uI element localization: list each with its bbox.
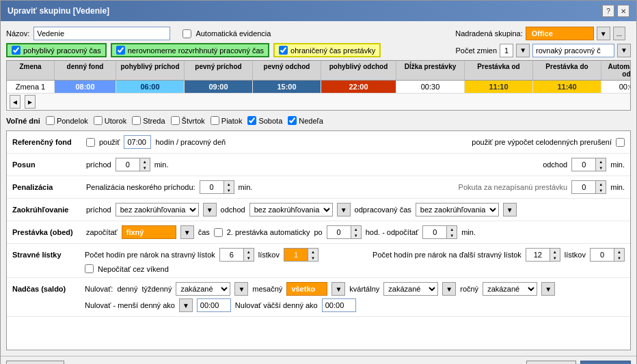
table-row[interactable]: Zmena 1 08:00 06:00 09:00 15:00 22:00 00…: [7, 81, 630, 93]
pocet-zmien-dropdown[interactable]: ▼: [516, 44, 530, 57]
day-piatok[interactable]: Piatok: [211, 116, 243, 125]
zaokr-odprac-select[interactable]: bez zaokrúhľovania: [416, 203, 499, 216]
day-stvrtok[interactable]: Štvrtok: [171, 116, 205, 125]
penalizacia-down[interactable]: ▼: [224, 187, 234, 193]
day-utorok[interactable]: Utorok: [94, 116, 126, 125]
cancel-button[interactable]: ⊘ Zrušiť: [526, 361, 577, 364]
stravne-pocet-spinner[interactable]: ▲ ▼: [219, 248, 254, 262]
prestavka-typ-btn[interactable]: ▼: [180, 225, 194, 239]
posun-odchod-up[interactable]: ▲: [596, 158, 606, 165]
referencny-time-input[interactable]: [124, 135, 151, 149]
rocny-select[interactable]: zakázané: [483, 282, 537, 296]
nazov-input[interactable]: Vedenie: [33, 27, 170, 40]
penalizacia-up[interactable]: ▲: [224, 181, 234, 187]
nerovnomerne-checkbox[interactable]: [116, 46, 125, 55]
stravne-pocet-down[interactable]: ▼: [244, 255, 254, 261]
table-next-btn[interactable]: ►: [25, 95, 36, 109]
zaokr-prichod-select[interactable]: bez zaokrúhľovania: [116, 203, 199, 216]
stravne-pocet-input[interactable]: [219, 248, 244, 262]
nedela-checkbox[interactable]: [288, 116, 297, 125]
nepocitat-vikend-checkbox[interactable]: [85, 264, 94, 273]
scroll-container[interactable]: Referenčný fond použiť hodín / pracovný …: [7, 131, 630, 350]
posun-prichod-spinner[interactable]: ▲ ▼: [116, 158, 150, 171]
streda-checkbox[interactable]: [132, 116, 141, 125]
stravne-listkov2-up[interactable]: ▲: [614, 249, 624, 255]
kvartalny-btn[interactable]: ▼: [442, 282, 456, 296]
sobota-checkbox[interactable]: [247, 116, 256, 125]
delete-button[interactable]: 🗑 Zmazať: [6, 361, 64, 364]
referencny-pouzit-checkbox[interactable]: [86, 138, 95, 147]
stravne-listkov-up[interactable]: ▲: [308, 249, 318, 255]
posun-prichod-up[interactable]: ▲: [140, 158, 150, 165]
utorok-checkbox[interactable]: [94, 116, 103, 125]
save-button[interactable]: ✓ Uložiť: [580, 361, 631, 364]
zaokr-prichod-btn[interactable]: ▼: [203, 203, 217, 216]
stravne-pocet2-up[interactable]: ▲: [550, 249, 560, 255]
posun-prichod-down[interactable]: ▼: [140, 165, 150, 171]
stravne-listkov-spinner[interactable]: ▲ ▼: [284, 248, 318, 262]
cell-zmena: Zmena 1: [7, 81, 55, 93]
prestavka-odpoc-down[interactable]: ▼: [447, 232, 457, 238]
day-nedela[interactable]: Nedeľa: [288, 116, 323, 125]
zaokr-odchod-select[interactable]: bez zaokrúhľovania: [249, 203, 333, 216]
zaokr-odprac-btn[interactable]: ▼: [503, 203, 517, 216]
prestavka-odpoc-up[interactable]: ▲: [447, 226, 457, 232]
pokuta-down[interactable]: ▼: [596, 187, 606, 193]
day-sobota[interactable]: Sobota: [247, 116, 282, 125]
stravne-listkov-down[interactable]: ▼: [308, 255, 318, 261]
posun-odchod-spinner[interactable]: ▲ ▼: [571, 158, 606, 171]
prestavka-po-spinner[interactable]: ▲ ▼: [327, 225, 362, 239]
penalizacia-input[interactable]: [200, 180, 224, 194]
nulovat2-time-input[interactable]: [197, 298, 231, 312]
stravne-pocet-label: Počet hodín pre nárok na stravný lístok: [85, 251, 215, 259]
stvrtok-checkbox[interactable]: [171, 116, 180, 125]
ohraniceny-checkbox[interactable]: [279, 46, 288, 55]
office-more-btn[interactable]: ...: [613, 27, 625, 40]
stravne-listkov2-spinner[interactable]: ▲ ▼: [590, 248, 625, 262]
col-dlzka-prestavky: Dĺžka prestávky: [396, 61, 465, 80]
posun-odchod-input[interactable]: [571, 158, 596, 171]
kvartalny-select[interactable]: zakázané: [383, 282, 438, 296]
day-pondelok[interactable]: Pondelok: [46, 116, 88, 125]
day-streda[interactable]: Streda: [132, 116, 165, 125]
table-prev-btn[interactable]: ◄: [10, 95, 21, 109]
referencny-pouzit2-checkbox[interactable]: [616, 138, 625, 147]
stravne-listkov-input[interactable]: [284, 248, 308, 262]
denny-select[interactable]: zakázané: [176, 282, 230, 296]
pohybliv-checkbox[interactable]: [12, 46, 21, 55]
druha-prestavka-checkbox[interactable]: [214, 228, 223, 237]
prestavka-po-input[interactable]: [327, 225, 351, 239]
mesacny-btn[interactable]: ▼: [331, 282, 345, 296]
stravne-pocet2-down[interactable]: ▼: [550, 255, 560, 261]
nulovat3-time-input[interactable]: [322, 298, 356, 312]
referencny-pouzit-label: použiť: [99, 138, 120, 146]
stravne-listkov2-down[interactable]: ▼: [614, 255, 624, 261]
denny-dropdown-btn[interactable]: ▼: [234, 282, 248, 296]
posun-prichod-input[interactable]: [116, 158, 140, 171]
nulovat2-btn[interactable]: ▼: [179, 298, 193, 312]
zaokr-odchod-btn[interactable]: ▼: [337, 203, 351, 216]
posun-odchod-down[interactable]: ▼: [596, 165, 606, 171]
stravne-pocet2-spinner[interactable]: ▲ ▼: [526, 248, 560, 262]
rocny-btn[interactable]: ▼: [541, 282, 555, 296]
help-button[interactable]: ?: [602, 5, 614, 17]
prestavka-odpoc-spinner[interactable]: ▲ ▼: [422, 225, 457, 239]
prestavka-po-up[interactable]: ▲: [351, 226, 361, 232]
prestavka-odpoc-input[interactable]: [422, 225, 447, 239]
pokuta-input[interactable]: [571, 180, 596, 194]
stravne-listkov2-label: lístkov: [565, 251, 586, 259]
stravne-listkov2-input[interactable]: [590, 248, 614, 262]
rovnaky-dropdown[interactable]: ▼: [617, 44, 631, 57]
close-button[interactable]: ✕: [617, 5, 629, 17]
pokuta-up[interactable]: ▲: [596, 181, 606, 187]
pokuta-spinner[interactable]: ▲ ▼: [571, 180, 606, 194]
stravne-pocet-up[interactable]: ▲: [244, 249, 254, 255]
pondelok-checkbox[interactable]: [46, 116, 55, 125]
office-dropdown-btn[interactable]: ▼: [597, 27, 610, 40]
auto-evidencia-checkbox[interactable]: [182, 29, 191, 38]
stravne-pocet2-input[interactable]: [526, 248, 550, 262]
col-zmena: Zmena: [7, 61, 55, 80]
prestavka-po-down[interactable]: ▼: [351, 232, 361, 238]
penalizacia-spinner[interactable]: ▲ ▼: [200, 180, 234, 194]
piatok-checkbox[interactable]: [211, 116, 219, 125]
